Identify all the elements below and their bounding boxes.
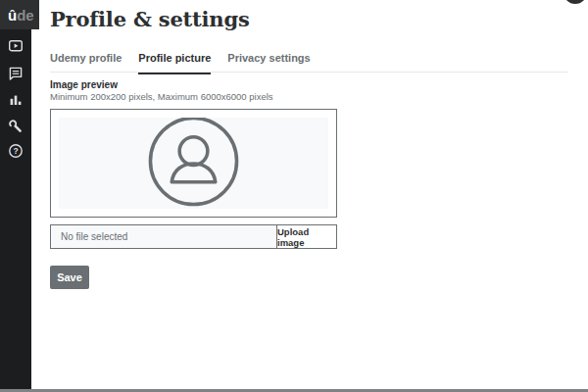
sidebar-item-tools[interactable] [0,118,31,135]
help-icon: ? [8,143,24,159]
sidebar-item-performance[interactable] [0,91,31,109]
image-size-hint: Minimum 200x200 pixels, Maximum 6000x600… [50,91,273,102]
image-preview-box [50,109,337,218]
svg-text:?: ? [13,146,18,156]
upload-image-button[interactable]: Upload image [276,225,336,248]
instructor-sidebar: ? [0,0,31,392]
person-placeholder-icon [147,118,240,209]
sidebar-item-help[interactable]: ? [0,142,31,160]
udemy-logo[interactable]: ûde [0,0,39,29]
save-button[interactable]: Save [50,266,89,289]
sidebar-item-communication[interactable] [0,65,31,82]
video-player-icon [8,38,24,54]
image-preview-panel [59,118,328,209]
main-content: Profile & settings Udemy profile Profile… [31,0,588,392]
page-title: Profile & settings [50,7,250,31]
chat-icon [8,66,24,81]
file-status-field[interactable]: No file selected [51,225,276,248]
udemy-logo-clipped-text: de [17,7,34,24]
file-upload-row: No file selected Upload image [50,224,337,249]
bar-chart-icon [8,92,24,108]
wrench-icon [8,119,24,134]
udemy-logo-mark: û [8,7,17,24]
tabs-divider [50,72,568,73]
image-preview-label: Image preview [50,79,118,90]
sidebar-item-video[interactable] [0,37,31,55]
udemy-instructor-profile-settings-screen: ? ûde Profile & settings Udemy profile P… [0,0,588,392]
